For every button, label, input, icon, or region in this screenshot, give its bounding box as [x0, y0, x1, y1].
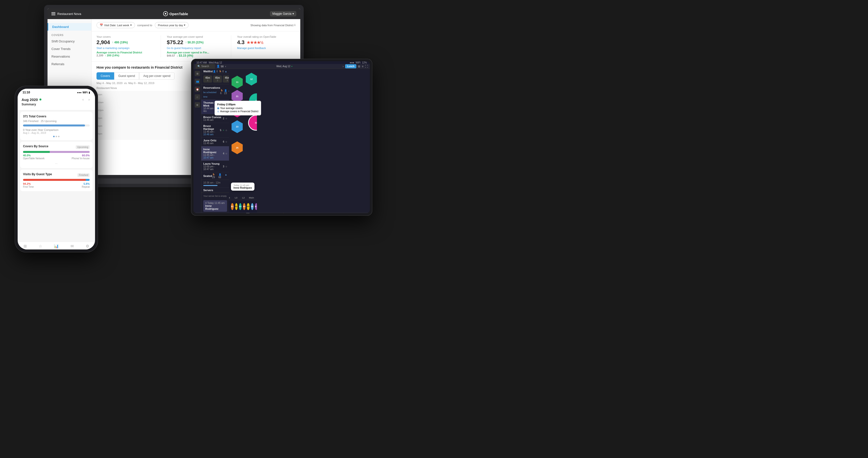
next-date-button[interactable]: ›	[343, 65, 344, 68]
tablet-icon-star[interactable]: ☆	[195, 94, 200, 100]
tablet-notification: Today 11:45 am Irene Rodriguez	[231, 183, 254, 191]
bottom-table-b4[interactable]: B4	[243, 203, 245, 210]
person-icon: 👤 0	[213, 70, 218, 73]
chevron-down-icon: ▾	[184, 24, 185, 27]
rating-stars: ★★★★½	[247, 40, 264, 45]
bottom-table-b3[interactable]: B3	[239, 203, 242, 210]
metric-covers: Your covers 2,904 ↑ 486 (19%) Start a ma…	[96, 35, 155, 57]
compared-to-label: compared to	[137, 24, 152, 27]
tablet-icon-people[interactable]: 👥	[195, 79, 200, 84]
phone-status-icons: ●●● WiFi ▮	[77, 91, 90, 94]
metric-spend-change: ↑ $8.20 (22%)	[185, 41, 204, 44]
metric-covers-link[interactable]: Start a marketing campaign	[96, 47, 155, 50]
mic-icon[interactable]: ↑	[350, 213, 352, 213]
wifi-icon: WiFi	[83, 91, 88, 94]
phone-nav-message[interactable]: ✉	[70, 244, 74, 248]
waitlist-header: Waitlist 👤 0 🪑 0 ▲	[201, 69, 229, 74]
bottom-table-b5[interactable]: B5	[247, 203, 249, 210]
servers-list: Your server list is empty	[201, 193, 229, 199]
metric-spend-link[interactable]: Go to guest frequency report	[167, 47, 225, 50]
prev-date-button[interactable]: ‹	[225, 65, 226, 68]
sidebar-section-covers: Covers	[48, 31, 91, 37]
bottom-table-b2[interactable]: B2	[235, 203, 238, 210]
bottom-table-b7[interactable]: B7	[255, 203, 257, 210]
user-menu[interactable]: Maggie Garcia ▾	[270, 11, 297, 17]
total-covers-section: 371 Total Covers 346 Finished 25 Upcomin…	[20, 112, 93, 140]
phone-nav: ‹ ›	[81, 97, 91, 102]
comparison-filter[interactable]: Previous year by day ▾	[155, 22, 189, 28]
tablet-icon-settings[interactable]: ⚙	[195, 102, 200, 108]
phone-nav-settings[interactable]: ⚙	[86, 244, 89, 248]
reservation-laura-young[interactable]: Laura Young 12:00 pm - 10:47 am 3 ◇	[201, 161, 229, 172]
expand-seated-button[interactable]: ▲	[225, 173, 227, 179]
tablet-body: ⊞ 👥 ⏰ ☆ ⚙ Waitlist 👤 0 🪑 0 ▲	[193, 69, 370, 213]
list-icon[interactable]: ≡	[362, 65, 364, 68]
sidebar-item-referrals[interactable]: Referrals	[48, 60, 91, 68]
grid-icon: ⊞	[24, 244, 27, 248]
reservation-irene-rodriguez[interactable]: Irene Rodriguez 11:45 am - 10:47 am 4 ◇	[201, 146, 229, 161]
camera-icon[interactable]: □	[317, 213, 319, 213]
tab-covers[interactable]: Covers	[96, 72, 114, 80]
info-icon[interactable]: ℹ	[294, 24, 296, 27]
carousel-dots	[23, 136, 90, 137]
showing-info: Showing data from Financial District ℹ	[251, 24, 296, 27]
reservation-bruce-cuevas[interactable]: Bruce Cuevas 11:45 am 2 ◇	[201, 114, 229, 123]
floor-table-32[interactable]: 32 !	[248, 115, 257, 131]
bottom-table-b1[interactable]: B1	[231, 203, 234, 210]
covers-bar	[23, 124, 90, 126]
filter-bar: 📅 Visit Date: Last week ▾ compared to Pr…	[92, 19, 300, 31]
floor-table-23[interactable]: 23	[231, 120, 243, 133]
tab-guest-spend[interactable]: Guest spend	[114, 72, 139, 80]
expand-icon[interactable]: ⛶	[365, 65, 368, 68]
add-guest-icon[interactable]: +	[223, 129, 224, 131]
seated-item-1[interactable]: 10:36 am - 12m	[201, 180, 229, 188]
tab-avg-per-cover[interactable]: Avg per-cover spend	[139, 72, 175, 80]
sidebar-item-dashboard[interactable]: Dashboard	[48, 23, 91, 31]
metric-rating-value: 4.3 ★★★★½	[237, 39, 296, 45]
wait-slot-2[interactable]: 45m 2	[213, 75, 222, 83]
bottom-table-b6[interactable]: B6	[251, 203, 253, 210]
phone-summary-label: Summary	[22, 102, 91, 106]
chevron-down-icon: ▾	[130, 24, 132, 27]
seated-header: Seated 🪑 29 👤 68 ▲	[201, 172, 229, 180]
reservation-june-ortiz[interactable]: June Ortiz 11:45 am 6 ◇	[201, 138, 229, 146]
tablet-search[interactable]: 🔍 Search	[195, 64, 215, 69]
floor-table-12[interactable]: 12 📷	[246, 73, 257, 86]
metric-rating-link[interactable]: Manage guest feedback	[237, 47, 296, 50]
phone-bottombar: ⊞ ☆ 📊 ✉ ⚙	[18, 242, 95, 249]
home-icon[interactable]: ⬜	[246, 213, 250, 213]
wait-slot-1[interactable]: 45m 1	[203, 75, 212, 83]
tablet-icon-clock[interactable]: ⏰	[195, 87, 200, 92]
next-month-button[interactable]: ›	[87, 97, 91, 102]
hamburger-icon[interactable]	[52, 12, 55, 15]
floor-table-25[interactable]: 25	[231, 142, 243, 154]
phone-nav-chart[interactable]: 📊	[54, 244, 59, 248]
search-icon: 🔍	[197, 65, 200, 68]
sidebar-item-shift-occupancy[interactable]: Shift Occupancy	[48, 37, 91, 45]
sidebar-item-cover-trends[interactable]: Cover Trends	[48, 45, 91, 53]
grid-icon[interactable]: ⊞	[358, 65, 360, 68]
visit-date-filter[interactable]: 📅 Visit Date: Last week ▾	[96, 22, 135, 28]
prev-month-button[interactable]: ‹	[81, 97, 85, 102]
wait-slot-3[interactable]: 45m 3	[223, 75, 229, 83]
shift-pill[interactable]: Lunch	[345, 64, 356, 68]
reservation-bruce-hardage[interactable]: Bruce Hardage 11:45 am - 10:46 am 5 + ◇	[201, 123, 229, 138]
tablet-statusbar: 10:47 AM Wed Aug 12 ●●● WiFi 12%	[193, 61, 370, 64]
phone-nav-star[interactable]: ☆	[39, 244, 42, 248]
sidebar-item-reservations[interactable]: Reservations	[48, 53, 91, 60]
add-icon[interactable]: ▲	[225, 70, 227, 73]
chair-count: 🪑 6	[220, 89, 223, 95]
back-icon[interactable]: ←	[211, 213, 214, 213]
tablet-icon-home[interactable]: ⊞	[195, 71, 200, 76]
floor-table-11[interactable]: 11	[231, 76, 243, 88]
footer-notification[interactable]: 4 Today 11:45 am Irene Rodriguez	[203, 200, 227, 212]
notification-icon[interactable]: 🔔	[281, 213, 285, 213]
tablet-time: 10:47 AM	[196, 61, 207, 64]
covers-by-source-title: Covers By Source	[23, 145, 48, 148]
phone-body[interactable]: 371 Total Covers 346 Finished 25 Upcomin…	[18, 110, 95, 242]
metric-spend-sub: Average per-cover spend in Fin... $49.57…	[167, 51, 225, 57]
scheduled-time-link[interactable]: be scheduled time	[203, 91, 217, 98]
person-count: 👤 23	[224, 89, 227, 95]
phone-nav-grid[interactable]: ⊞	[24, 244, 27, 248]
tablet: 10:47 AM Wed Aug 12 ●●● WiFi 12% 🔍 Searc…	[191, 59, 372, 216]
